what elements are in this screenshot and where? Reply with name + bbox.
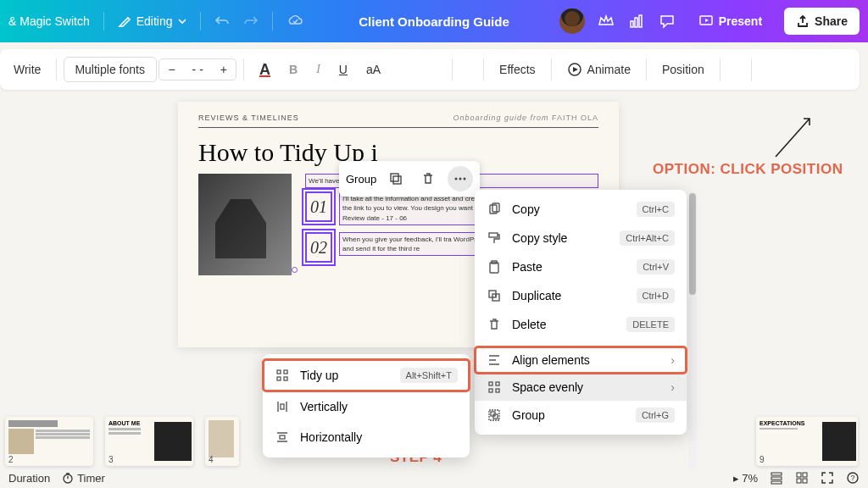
undo-icon[interactable] xyxy=(214,14,230,29)
cloud-sync-icon[interactable] xyxy=(287,13,303,30)
duration-button[interactable]: Duration xyxy=(8,472,50,485)
font-picker[interactable]: Multiple fonts xyxy=(64,57,157,82)
svg-rect-2 xyxy=(639,15,642,27)
annotation-arrow xyxy=(771,110,822,161)
increase-size-button[interactable]: + xyxy=(212,59,236,80)
page-list-icon[interactable] xyxy=(770,471,783,485)
menu-align-elements[interactable]: Align elements› xyxy=(475,347,687,374)
svg-rect-28 xyxy=(489,389,492,392)
svg-point-16 xyxy=(455,178,458,180)
svg-rect-42 xyxy=(771,481,782,484)
group-button[interactable]: Group xyxy=(346,173,376,186)
decrease-size-button[interactable]: − xyxy=(159,59,183,80)
svg-rect-21 xyxy=(489,233,498,237)
text-toolbar: Write Multiple fonts − - - + A B I U aA … xyxy=(0,49,860,90)
horizontal-icon xyxy=(275,430,290,444)
svg-rect-14 xyxy=(391,174,398,181)
context-menu: CopyCtrl+C Copy styleCtrl+Alt+C PasteCtr… xyxy=(475,190,687,435)
menu-delete[interactable]: DeleteDELETE xyxy=(475,310,687,339)
selection-toolbar: Group xyxy=(339,161,480,197)
document-title[interactable]: Client Onboarding Guide xyxy=(359,14,509,29)
svg-point-18 xyxy=(464,178,466,180)
bold-button[interactable]: B xyxy=(281,58,306,81)
redo-icon[interactable] xyxy=(243,14,259,29)
submenu-tidy-up[interactable]: Tidy upAlt+Shift+T xyxy=(263,359,470,391)
thumbnail[interactable]: 4 xyxy=(205,417,239,466)
duplicate-icon[interactable] xyxy=(383,166,409,191)
selected-number-box[interactable]: 01 xyxy=(305,191,332,222)
tidy-icon xyxy=(275,369,290,382)
grid-view-icon[interactable] xyxy=(795,471,809,485)
effects-button[interactable]: Effects xyxy=(491,58,544,81)
svg-rect-44 xyxy=(803,473,807,477)
paint-roller-icon xyxy=(487,231,502,245)
menu-duplicate[interactable]: DuplicateCtrl+D xyxy=(475,281,687,310)
svg-rect-46 xyxy=(803,479,807,483)
svg-point-17 xyxy=(459,178,462,180)
editing-dropdown[interactable]: Editing xyxy=(118,14,186,28)
vertical-icon xyxy=(275,400,290,413)
context-menu-scrollbar[interactable] xyxy=(688,191,697,471)
svg-rect-0 xyxy=(631,21,633,27)
menu-copy-style[interactable]: Copy styleCtrl+Alt+C xyxy=(475,224,687,252)
animate-button[interactable]: Animate xyxy=(559,57,639,82)
upload-icon xyxy=(796,14,810,28)
menu-copy[interactable]: CopyCtrl+C xyxy=(475,195,687,224)
selection-handle[interactable] xyxy=(292,267,298,273)
fullscreen-icon[interactable] xyxy=(821,471,834,485)
space-evenly-icon xyxy=(487,380,502,394)
selected-number-box[interactable]: 02 xyxy=(305,232,332,263)
annotation-option: OPTION: CLICK POSITION xyxy=(653,161,843,178)
slide-header-right: Onboarding guide from FAITH OLA xyxy=(453,114,598,122)
help-icon[interactable]: ? xyxy=(846,471,860,485)
thumbnail[interactable]: 2 xyxy=(5,417,93,466)
slide-image xyxy=(198,174,292,275)
menu-group[interactable]: GroupCtrl+G xyxy=(475,401,687,430)
copy-icon xyxy=(487,202,502,216)
submenu-horizontally[interactable]: Horizontally xyxy=(263,422,470,452)
user-avatar[interactable] xyxy=(559,8,585,34)
underline-button[interactable]: U xyxy=(331,58,356,81)
present-button[interactable]: Present xyxy=(688,8,772,34)
font-size-value: - - xyxy=(184,59,212,80)
trash-icon[interactable] xyxy=(415,166,441,191)
position-button[interactable]: Position xyxy=(654,58,713,81)
format-painter-icon[interactable] xyxy=(727,61,744,78)
alignment-button[interactable] xyxy=(391,61,408,78)
svg-rect-29 xyxy=(496,389,499,392)
svg-rect-37 xyxy=(281,404,284,409)
more-tools-button[interactable] xyxy=(759,61,776,78)
letter-case-button[interactable]: aA xyxy=(358,58,389,81)
crown-icon[interactable] xyxy=(597,12,615,30)
svg-rect-22 xyxy=(490,263,498,273)
submenu-vertically[interactable]: Vertically xyxy=(263,391,470,422)
zoom-level[interactable]: ▸ 7% xyxy=(733,472,758,485)
svg-rect-15 xyxy=(393,176,401,184)
magic-write-button[interactable]: Write xyxy=(5,58,49,81)
list-button[interactable] xyxy=(409,61,426,78)
clipboard-icon xyxy=(487,260,502,274)
more-options-icon[interactable] xyxy=(448,166,473,191)
slide-header-left: REVIEWS & TIMELINES xyxy=(198,114,299,122)
transparency-button[interactable] xyxy=(459,61,476,78)
italic-button[interactable]: I xyxy=(308,58,329,81)
comment-icon[interactable] xyxy=(658,12,676,30)
svg-rect-27 xyxy=(496,382,499,385)
chevron-down-icon xyxy=(178,17,186,25)
text-color-button[interactable]: A xyxy=(251,56,279,84)
app-topbar: & Magic Switch Editing Client Onboarding… xyxy=(0,0,868,42)
trash-icon xyxy=(487,318,502,331)
thumbnail[interactable]: ABOUT ME 3 xyxy=(105,417,193,466)
timer-button[interactable]: Timer xyxy=(62,472,105,485)
font-size-stepper[interactable]: − - - + xyxy=(159,58,236,80)
bottom-bar: Duration Timer ▸ 7% ? xyxy=(0,468,868,488)
share-button[interactable]: Share xyxy=(784,8,860,35)
slide-thumbnails: 2 ABOUT ME 3 4 xyxy=(5,417,239,466)
analytics-icon[interactable] xyxy=(627,12,646,30)
spacing-button[interactable] xyxy=(428,61,445,78)
thumbnail[interactable]: EXPECTATIONS 9 xyxy=(756,417,858,466)
menu-space-evenly[interactable]: Space evenly› xyxy=(475,374,687,401)
magic-switch-button[interactable]: & Magic Switch xyxy=(8,14,90,28)
pencil-icon xyxy=(118,14,131,28)
menu-paste[interactable]: PasteCtrl+V xyxy=(475,252,687,281)
